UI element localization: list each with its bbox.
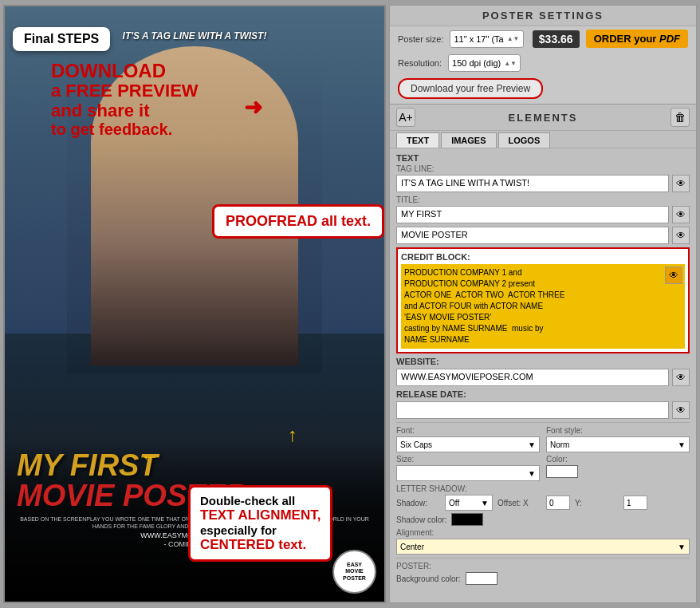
add-text-button[interactable]: A+ (396, 108, 415, 127)
shadow-row: Shadow: Off ▼ Offset: X Y: (396, 495, 690, 511)
arrow-to-alignment: ↑ (288, 424, 297, 446)
elements-tabs: TEXT IMAGES LOGOS (390, 131, 696, 148)
shadow-label: Shadow: (396, 499, 440, 507)
credit-eye[interactable]: 👁 (665, 266, 682, 284)
title-eye[interactable]: 👁 (672, 206, 690, 223)
elements-content: TEXT TAG LINE: IT'S A TAG LINE WITH A TW… (390, 148, 696, 602)
offset-y-input[interactable] (623, 495, 647, 510)
annotation-final-steps: Final STEPS (13, 27, 110, 51)
eye-icon-movie: 👁 (676, 230, 686, 241)
alignment-line2: TEXT ALIGNMENT, (200, 507, 321, 523)
badge-line2: MOVIE (345, 568, 364, 574)
arrow-to-download: ➜ (244, 94, 262, 120)
eye-icon-credit: 👁 (669, 269, 678, 282)
annotation-download-line2: a FREE PREVIEW (51, 81, 199, 101)
annotation-download-block: DOWNLOAD a FREE PREVIEW and share it to … (51, 61, 199, 138)
eye-icon-tagline: 👁 (676, 178, 686, 189)
badge-line3: POSTER (343, 575, 366, 582)
annotation-download-line1: DOWNLOAD (51, 61, 199, 81)
shadow-select[interactable]: Off ▼ (445, 495, 493, 511)
movie-poster-row: MOVIE POSTER 👁 (396, 227, 690, 244)
eye-icon-release: 👁 (676, 405, 686, 416)
elements-title: ELEMENTS (420, 112, 666, 124)
size-select[interactable]: 11" x 17" (Ta ▲▼ (450, 30, 523, 48)
font-col: Font: Six Caps ▼ (396, 426, 540, 452)
website-label: WEBSITE: (396, 357, 452, 366)
movie-poster-field[interactable]: MOVIE POSTER (396, 227, 669, 244)
movie-poster-eye[interactable]: 👁 (672, 227, 690, 244)
tag-line-label: TAG LINE: (396, 164, 690, 173)
size-label: Poster size: (398, 34, 443, 44)
alignment-line1: Double-check all (200, 494, 321, 507)
color-swatch[interactable] (546, 465, 578, 478)
credit-block-textarea[interactable]: PRODUCTION COMPANY 1 and PRODUCTION COMP… (401, 264, 685, 349)
release-date-field[interactable] (396, 401, 669, 419)
elements-header: A+ ELEMENTS 🗑 (390, 105, 696, 131)
tag-line-field[interactable]: IT'S A TAG LINE WITH A TWIST! (396, 175, 669, 192)
annotation-download-line3: and share it (51, 101, 199, 120)
shadow-value: Off (449, 499, 459, 507)
shadow-color-swatch[interactable] (451, 513, 483, 526)
shadow-color-row: Shadow color: (396, 513, 690, 526)
download-preview-button[interactable]: Download your free Preview (398, 78, 543, 99)
alignment-select[interactable]: Center ▼ (396, 539, 690, 555)
alignment-col: Alignment: Center ▼ (396, 528, 690, 555)
size-color-row: Size: ▼ Color: (396, 455, 690, 481)
font-chevron: ▼ (528, 440, 536, 449)
elements-section: A+ ELEMENTS 🗑 TEXT IMAGES LOGOS TEXT TAG… (390, 104, 696, 602)
release-date-label: RELEASE DATE: (396, 389, 466, 399)
tab-logos[interactable]: LOGOS (498, 132, 551, 148)
credit-block-label: CREDIT BLOCK: (401, 252, 685, 262)
release-date-eye[interactable]: 👁 (672, 401, 690, 419)
release-date-field-row: 👁 (396, 401, 690, 419)
tab-images[interactable]: IMAGES (441, 132, 496, 148)
style-select[interactable]: Norm ▼ (546, 436, 690, 452)
offset-x-input[interactable] (546, 495, 570, 510)
color-label: Color: (546, 455, 690, 464)
trash-icon: 🗑 (674, 111, 686, 124)
delete-button[interactable]: 🗑 (671, 108, 690, 127)
size-value: 11" x 17" (Ta (454, 34, 503, 44)
title-label: TITLE: (396, 195, 690, 204)
alignment-row: Alignment: Center ▼ (396, 528, 690, 555)
poster-settings-header: POSTER SETTINGS (390, 6, 696, 26)
bg-color-row: Background color: (396, 572, 690, 585)
style-chevron: ▼ (678, 440, 686, 449)
pdf-label: PDF (659, 33, 680, 45)
right-panel: POSTER SETTINGS Poster size: 11" x 17" (… (389, 5, 697, 603)
credit-content: PRODUCTION COMPANY 1 and PRODUCTION COMP… (404, 267, 682, 345)
poster-panel: IT'S A TAG LINE WITH A TWIST! MY FIRST M… (3, 5, 386, 603)
color-col: Color: (546, 455, 690, 481)
offset-y-label: Y: (575, 499, 619, 507)
download-preview-row: Download your free Preview (390, 75, 696, 104)
tag-line-row: IT'S A TAG LINE WITH A TWIST! 👁 (396, 175, 690, 192)
color-row (546, 465, 690, 478)
resolution-chevron: ▲▼ (504, 60, 517, 67)
offset-x-label: Offset: X (497, 499, 541, 507)
website-eye[interactable]: 👁 (672, 369, 690, 386)
resolution-value: 150 dpi (dig) (452, 58, 501, 68)
tab-text[interactable]: TEXT (396, 132, 439, 148)
price-tag: $33.66 (533, 30, 580, 48)
title-field[interactable]: MY FIRST (396, 206, 669, 223)
poster-section-label: POSTER: (396, 562, 690, 570)
credit-block-section: CREDIT BLOCK: PRODUCTION COMPANY 1 and P… (396, 247, 690, 353)
badge-line1: EASY (347, 562, 362, 568)
annotation-download-line4: to get feedback. (51, 120, 199, 138)
alignment-line4: CENTERED text. (200, 537, 321, 553)
bg-color-swatch[interactable] (466, 572, 497, 585)
size-text-select[interactable]: ▼ (396, 465, 540, 481)
size-col: Size: ▼ (396, 455, 540, 481)
resolution-select[interactable]: 150 dpi (dig) ▲▼ (448, 54, 521, 72)
size-text-label: Size: (396, 455, 540, 464)
website-field[interactable]: WWW.EASYMOVIEPOSER.COM (396, 369, 669, 386)
resolution-row: Resolution: 150 dpi (dig) ▲▼ (390, 51, 696, 75)
font-select[interactable]: Six Caps ▼ (396, 436, 540, 452)
resolution-label: Resolution: (398, 58, 442, 68)
text-section-label: TEXT (396, 153, 690, 163)
tag-line-eye[interactable]: 👁 (672, 175, 690, 192)
font-label: Font: (396, 426, 540, 435)
order-pdf-button[interactable]: ORDER your PDF (586, 30, 688, 48)
annotation-proofread: PROOFREAD all text. (212, 204, 384, 239)
style-col: Font style: Norm ▼ (546, 426, 690, 452)
